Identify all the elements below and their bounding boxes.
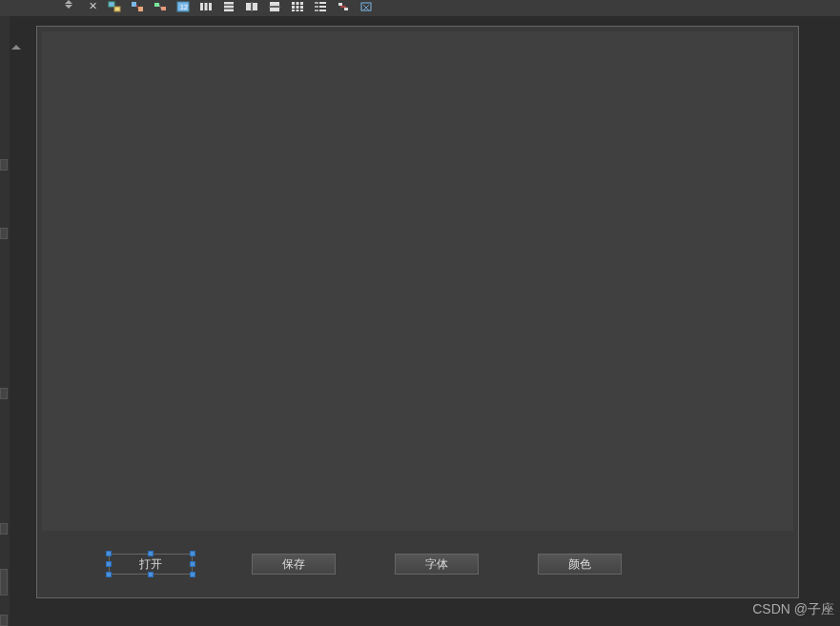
svg-line-4 — [136, 5, 138, 9]
layout-vertical-icon[interactable] — [221, 0, 236, 13]
open-button[interactable]: 打开 — [109, 554, 193, 575]
collapse-arrow-icon[interactable] — [11, 45, 21, 50]
svg-text:12: 12 — [180, 4, 188, 10]
spinner-down-icon[interactable] — [65, 5, 72, 9]
svg-rect-19 — [270, 8, 279, 11]
svg-rect-32 — [315, 6, 318, 8]
left-markers — [0, 16, 10, 626]
resize-handle[interactable] — [190, 551, 195, 556]
svg-rect-29 — [300, 10, 303, 11]
svg-rect-16 — [253, 3, 257, 10]
button-row-container[interactable]: 打开 保存 字体 颜色 — [42, 535, 793, 593]
resize-handle[interactable] — [106, 551, 112, 556]
layout-grid-icon[interactable] — [290, 0, 305, 13]
svg-rect-38 — [361, 3, 371, 10]
edit-signals-icon[interactable] — [130, 0, 145, 13]
form-canvas[interactable] — [42, 31, 793, 531]
save-button[interactable]: 保存 — [252, 554, 336, 575]
resize-handle[interactable] — [106, 572, 112, 577]
svg-rect-1 — [114, 7, 120, 11]
button-label: 保存 — [282, 557, 305, 571]
edit-widgets-icon[interactable] — [107, 0, 122, 13]
svg-rect-15 — [246, 3, 251, 10]
layout-horizontal-splitter-icon[interactable] — [244, 0, 259, 13]
svg-rect-23 — [300, 2, 303, 5]
break-layout-icon[interactable] — [336, 0, 351, 13]
svg-rect-34 — [315, 10, 318, 11]
panel-marker[interactable] — [0, 569, 8, 596]
svg-rect-14 — [224, 10, 234, 12]
svg-rect-24 — [292, 6, 295, 9]
layout-form-icon[interactable] — [313, 0, 328, 13]
svg-rect-27 — [292, 10, 295, 11]
button-label: 字体 — [425, 557, 448, 571]
svg-rect-28 — [297, 10, 299, 11]
form-designer-frame[interactable]: 打开 保存 字体 颜色 — [36, 26, 799, 598]
spinner-control[interactable] — [65, 0, 78, 13]
svg-rect-21 — [292, 2, 295, 5]
resize-handle[interactable] — [190, 561, 195, 567]
svg-rect-37 — [344, 8, 348, 10]
panel-marker[interactable] — [0, 159, 8, 171]
svg-rect-6 — [161, 7, 166, 10]
svg-rect-13 — [224, 6, 234, 9]
watermark-text: CSDN @子座 — [752, 601, 834, 618]
svg-rect-22 — [297, 2, 299, 5]
svg-rect-35 — [319, 10, 326, 11]
svg-rect-9 — [200, 3, 203, 10]
resize-handle[interactable] — [190, 572, 195, 577]
layout-vertical-splitter-icon[interactable] — [267, 0, 282, 13]
edit-buddies-icon[interactable] — [153, 0, 168, 13]
svg-rect-31 — [319, 2, 326, 4]
toolbar-icons: 12 — [107, 0, 374, 13]
svg-rect-25 — [297, 6, 299, 9]
svg-rect-5 — [154, 3, 159, 7]
layout-horizontal-icon[interactable] — [198, 0, 214, 13]
svg-rect-26 — [300, 6, 303, 9]
resize-handle[interactable] — [148, 551, 154, 556]
color-button[interactable]: 颜色 — [538, 554, 622, 575]
spinner-up-icon[interactable] — [65, 0, 72, 4]
resize-handle[interactable] — [106, 561, 112, 567]
svg-rect-36 — [338, 3, 342, 6]
svg-rect-30 — [315, 2, 318, 4]
svg-rect-11 — [209, 3, 212, 10]
edit-tab-order-icon[interactable]: 12 — [175, 0, 191, 13]
svg-rect-3 — [138, 7, 143, 11]
svg-rect-10 — [205, 3, 208, 10]
svg-rect-33 — [319, 6, 326, 8]
close-icon[interactable]: ✕ — [86, 0, 99, 13]
panel-marker[interactable] — [0, 615, 8, 626]
toolbar: ✕ 12 — [0, 0, 840, 16]
svg-rect-2 — [132, 2, 136, 7]
panel-marker[interactable] — [0, 523, 8, 535]
font-button[interactable]: 字体 — [395, 554, 479, 575]
svg-rect-18 — [270, 2, 279, 6]
button-label: 颜色 — [568, 557, 591, 571]
adjust-size-icon[interactable] — [359, 0, 374, 13]
svg-rect-12 — [224, 2, 234, 5]
panel-marker[interactable] — [0, 228, 8, 239]
resize-handle[interactable] — [148, 572, 154, 577]
panel-marker[interactable] — [0, 388, 8, 399]
button-label: 打开 — [139, 557, 162, 571]
svg-rect-0 — [109, 2, 114, 7]
